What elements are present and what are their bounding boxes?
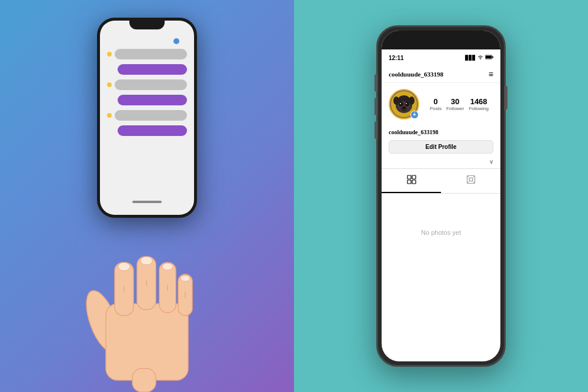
wifi-icon [477, 55, 483, 61]
following-label: Following [469, 106, 489, 111]
status-time: 12:11 [389, 55, 404, 61]
svg-point-12 [162, 263, 173, 270]
right-panel: 12:11 ▊▊▊ [294, 0, 588, 392]
chat-bubble-gray-1 [115, 49, 187, 59]
followers-stat: 30 Follower [446, 97, 464, 111]
chat-row-4 [107, 95, 187, 105]
status-bar: 12:11 ▊▊▊ [382, 49, 500, 66]
chat-dot-2 [107, 82, 112, 87]
ig-tabs [382, 168, 500, 194]
svg-rect-17 [493, 57, 494, 58]
chat-dot-1 [107, 52, 112, 57]
following-count: 1468 [469, 97, 489, 106]
svg-rect-14 [132, 368, 156, 392]
svg-point-35 [469, 178, 473, 181]
svg-point-25 [405, 102, 409, 107]
following-stat: 1468 Following [469, 97, 489, 111]
posts-label: Posts [430, 106, 442, 111]
menu-icon[interactable]: ≡ [489, 69, 493, 79]
notch [420, 31, 462, 44]
grid-icon [407, 177, 416, 186]
chat-row-5 [107, 110, 187, 121]
svg-point-27 [406, 103, 407, 104]
left-phone-notch [129, 18, 165, 29]
chat-bubble-gray-2 [115, 79, 187, 90]
svg-point-10 [118, 263, 130, 271]
ig-stats: 0 Posts 30 Follower 1468 Following [425, 97, 493, 111]
no-photos-text: No photos yet [382, 194, 500, 271]
power-button [505, 86, 507, 109]
dropdown-row: ∨ [382, 157, 500, 168]
chat-bubble-purple-2 [118, 95, 187, 105]
svg-point-29 [402, 107, 406, 109]
chat-row-3 [107, 79, 187, 90]
ig-display-name: coolduuude_633198 [382, 129, 500, 140]
status-icons: ▊▊▊ [465, 55, 493, 61]
chat-row-6 [107, 125, 187, 136]
right-phone-screen: 12:11 ▊▊▊ [382, 31, 500, 361]
chat-bubble-gray-3 [115, 110, 187, 121]
ig-header: coolduuude_633198 ≡ [382, 66, 500, 83]
tab-tagged[interactable] [441, 169, 500, 193]
chat-bubble-purple-1 [118, 64, 187, 75]
volume-up-button [375, 74, 377, 92]
ig-username-header: coolduuude_633198 [389, 71, 443, 78]
tab-grid[interactable] [382, 169, 441, 193]
notch-area [382, 31, 500, 49]
followers-label: Follower [446, 106, 464, 111]
avatar-container[interactable]: + [389, 89, 419, 119]
hand-illustration [71, 215, 223, 392]
chat-row-1 [107, 49, 187, 59]
avatar-plus-btn[interactable]: + [410, 111, 419, 119]
chat-row-2 [107, 64, 187, 75]
silent-switch [375, 121, 377, 139]
left-phone-screen [100, 21, 194, 215]
tagged-icon [466, 177, 476, 186]
edit-profile-button[interactable]: Edit Profile [389, 140, 493, 154]
volume-down-button [375, 98, 377, 115]
notification-dot-blue [173, 38, 179, 44]
ig-profile-section: + 0 Posts 30 Follower 1468 [382, 83, 500, 129]
posts-stat: 0 Posts [430, 97, 442, 111]
svg-point-26 [400, 103, 401, 104]
chat-bubble-purple-3 [118, 125, 187, 136]
svg-point-24 [399, 102, 403, 107]
svg-rect-32 [407, 180, 411, 184]
svg-rect-31 [412, 175, 416, 179]
svg-rect-30 [407, 175, 411, 179]
left-phone [97, 18, 197, 218]
posts-count: 0 [430, 97, 442, 106]
right-phone: 12:11 ▊▊▊ [376, 25, 506, 367]
svg-point-11 [141, 257, 152, 265]
battery-icon [485, 55, 493, 61]
chevron-down-icon[interactable]: ∨ [489, 158, 493, 165]
svg-rect-16 [486, 56, 492, 58]
svg-point-13 [181, 275, 190, 281]
chat-dot-3 [107, 113, 112, 118]
ig-profile-row: + 0 Posts 30 Follower 1468 [389, 89, 493, 119]
signal-icon: ▊▊▊ [465, 55, 476, 61]
left-panel [0, 0, 294, 392]
followers-count: 30 [446, 97, 464, 106]
svg-point-21 [393, 97, 399, 105]
svg-rect-33 [412, 180, 416, 184]
svg-point-22 [409, 97, 415, 105]
